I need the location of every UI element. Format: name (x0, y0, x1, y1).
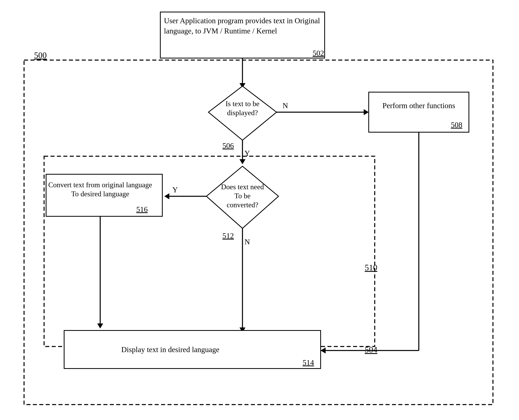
label-N2: N (244, 238, 250, 246)
ref-504: 504 (365, 345, 377, 354)
ref-500: 500 (34, 51, 47, 60)
svg-marker-13 (164, 193, 169, 199)
diamond2-line2: To be (235, 192, 251, 200)
ref-508: 508 (451, 120, 462, 129)
ref-502: 502 (313, 49, 324, 57)
diamond2-line3: converted? (227, 201, 258, 209)
convert-line1: Convert text from original language (48, 181, 152, 189)
diamond2-line1: Does text need (221, 183, 264, 191)
ref-510: 510 (365, 263, 377, 272)
convert-line2: To desired language (71, 190, 129, 198)
start-box-text: User Application program provides text i… (162, 14, 323, 38)
svg-marker-7 (364, 109, 369, 115)
flowchart-svg: User Application program provides text i… (0, 0, 519, 420)
label-N1: N (282, 101, 288, 110)
diagram: User Application program provides text i… (0, 0, 519, 420)
svg-marker-16 (97, 323, 103, 329)
display-text: Display text in desired language (121, 345, 219, 354)
ref-512: 512 (222, 232, 234, 240)
perform-other-line1: Perform other functions (382, 101, 455, 110)
label-Y2: Y (172, 186, 178, 194)
ref-514: 514 (303, 358, 314, 367)
svg-marker-10 (239, 159, 245, 164)
diamond1-line1: Is text to be (226, 100, 260, 108)
label-Y1: Y (244, 149, 250, 158)
ref-506: 506 (222, 141, 234, 150)
diamond1-line2: displayed? (227, 109, 258, 117)
ref-516: 516 (136, 205, 148, 213)
svg-marker-22 (321, 347, 326, 353)
